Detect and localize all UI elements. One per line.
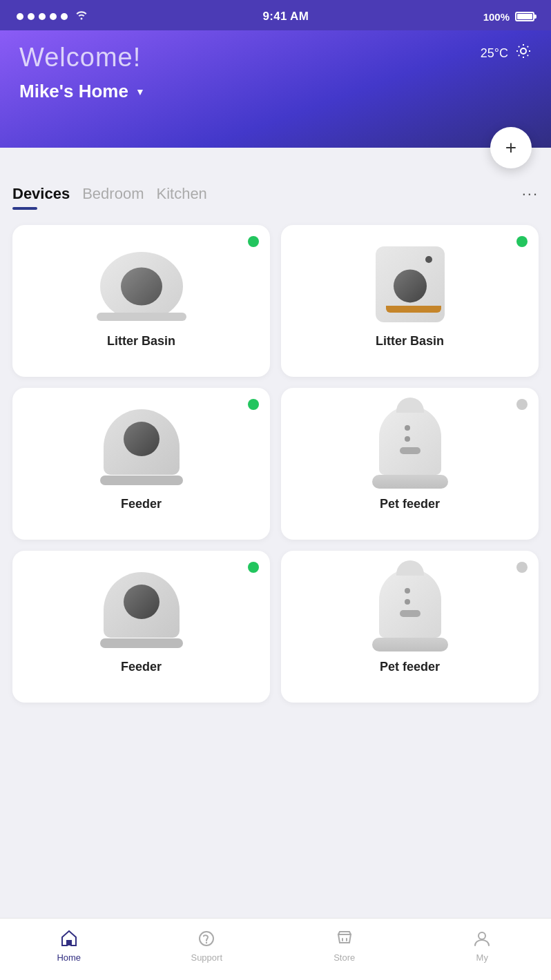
status-right: 100% [483,11,534,23]
signal-dot-1 [17,13,23,20]
store-icon [335,929,354,948]
nav-store[interactable]: Store [276,929,414,963]
svg-line-6 [528,55,528,56]
svg-line-8 [528,46,528,47]
svg-point-11 [206,942,207,943]
status-left [17,10,88,23]
device-card-5[interactable]: Feeder [12,551,270,703]
signal-dot-3 [39,13,46,20]
header-top: Welcome! 25°C [19,43,532,72]
main-content: Devices Bedroom Kitchen ··· Litter Basin [0,148,551,716]
device-grid: Litter Basin Litter Basin [12,225,539,703]
home-icon [59,929,79,948]
device-name-4: Pet feeder [380,497,440,511]
temperature: 25°C [481,46,508,61]
status-bar: 9:41 AM 100% [0,0,551,30]
svg-rect-9 [67,941,71,945]
offline-status-indicator [516,562,528,573]
dropdown-arrow-icon: ▼ [135,86,145,97]
device-name-2: Litter Basin [376,334,444,349]
signal-dot-2 [28,13,35,20]
battery-icon [515,12,534,21]
device-image-feeder-2 [97,562,186,651]
wifi-icon [75,10,88,23]
sun-icon [515,43,532,63]
tabs-row: Devices Bedroom Kitchen ··· [12,182,539,210]
online-status-indicator [516,236,528,247]
home-name: Mike's Home [19,81,128,102]
device-card-3[interactable]: Feeder [12,388,270,540]
nav-support[interactable]: Support [138,929,276,963]
device-card-1[interactable]: Litter Basin [12,225,270,377]
profile-icon [472,929,492,948]
weather-info: 25°C [481,43,532,63]
nav-home-label: Home [57,952,81,963]
tab-kitchen[interactable]: Kitchen [156,182,219,210]
device-name-6: Pet feeder [380,660,440,674]
home-selector[interactable]: Mike's Home ▼ [19,81,532,102]
nav-support-label: Support [191,952,222,963]
header: Welcome! 25°C Mike's Home ▼ + [0,30,551,148]
device-name-3: Feeder [121,497,162,511]
device-name-5: Feeder [121,660,162,674]
svg-point-12 [478,932,485,939]
add-device-button[interactable]: + [490,127,532,168]
device-name-1: Litter Basin [107,334,175,349]
device-image-litter-basin-2 [365,236,455,326]
signal-dot-5 [61,13,68,20]
online-status-indicator [248,399,259,410]
device-card-6[interactable]: Pet feeder [281,551,539,703]
nav-store-label: Store [334,952,355,963]
welcome-text: Welcome! [19,43,141,72]
nav-my[interactable]: My [414,929,552,963]
support-icon [197,929,216,948]
tab-devices[interactable]: Devices [12,182,82,210]
device-card-2[interactable]: Litter Basin [281,225,539,377]
bottom-nav: Home Support Store My [0,918,551,980]
svg-line-7 [519,55,519,56]
device-image-pet-feeder-1 [365,399,455,489]
status-time: 9:41 AM [262,10,309,23]
tabs-more-button[interactable]: ··· [522,182,539,210]
device-card-4[interactable]: Pet feeder [281,388,539,540]
svg-line-5 [519,46,519,47]
online-status-indicator [248,236,259,247]
nav-my-label: My [476,952,488,963]
plus-icon: + [505,138,516,157]
offline-status-indicator [516,399,528,410]
tab-bedroom[interactable]: Bedroom [82,182,156,210]
online-status-indicator [248,562,259,573]
svg-point-0 [521,48,526,54]
nav-home[interactable]: Home [0,929,138,963]
device-image-litter-basin-1 [97,236,186,326]
signal-dot-4 [50,13,57,20]
device-image-pet-feeder-2 [365,562,455,651]
battery-percentage: 100% [483,11,510,23]
device-image-feeder-1 [97,399,186,489]
